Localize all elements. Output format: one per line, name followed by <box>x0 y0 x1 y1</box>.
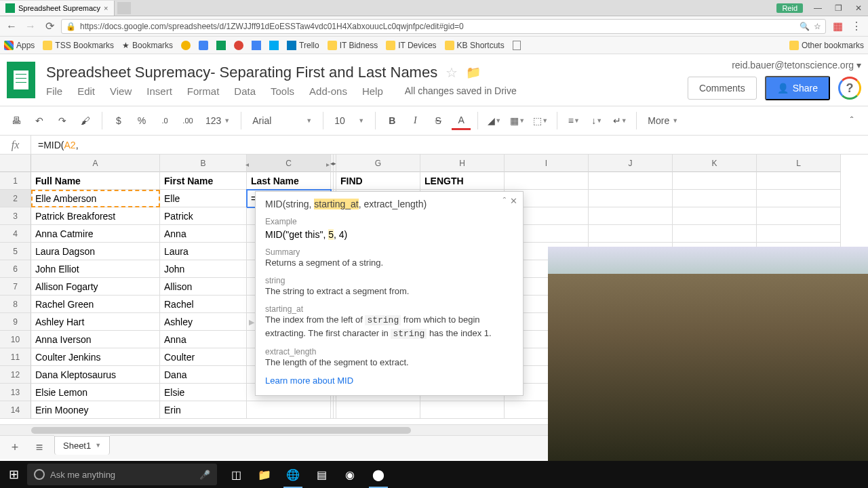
row-header-1[interactable]: 1 <box>0 172 31 190</box>
cell-B3[interactable]: Patrick <box>160 207 247 225</box>
bookmark-item[interactable]: Trello <box>287 41 319 50</box>
all-sheets-button[interactable]: ≡ <box>30 439 49 458</box>
cell-B5[interactable]: Laura <box>160 243 247 260</box>
learn-more-link[interactable]: Learn more about MID <box>265 375 513 386</box>
cell-B10[interactable]: Anna <box>160 331 247 348</box>
minimize-icon[interactable]: — <box>808 1 827 15</box>
h-align-icon[interactable]: ≡▼ <box>564 111 583 130</box>
formula-input[interactable]: =MID(A2, <box>31 140 868 150</box>
cell-L3[interactable] <box>757 207 841 225</box>
paint-format-icon[interactable]: 🖌 <box>76 111 95 130</box>
cell-K3[interactable] <box>673 207 757 225</box>
task-view-icon[interactable]: ◫ <box>222 461 250 488</box>
select-all-corner[interactable] <box>0 155 31 172</box>
menu-file[interactable]: File <box>46 85 62 97</box>
cell-J4[interactable] <box>589 225 673 243</box>
chevron-down-icon[interactable]: ▼ <box>95 442 101 449</box>
cell-A11[interactable]: Coulter Jenkins <box>31 348 160 366</box>
fill-color-icon[interactable]: ◢▼ <box>485 111 504 130</box>
cell-A3[interactable]: Patrick Breakforest <box>31 207 160 225</box>
help-icon[interactable]: ? <box>838 77 861 100</box>
cell-K4[interactable] <box>673 225 757 243</box>
cell-B2[interactable]: Elle <box>160 190 247 207</box>
row-header-14[interactable]: 14 <box>0 401 31 419</box>
bookmark-folder[interactable]: IT Devices <box>386 41 436 50</box>
obs-icon[interactable]: ⬤ <box>365 461 392 488</box>
sheet-tab[interactable]: Sheet1▼ <box>54 436 110 455</box>
column-header-J[interactable]: J <box>589 155 673 172</box>
print-icon[interactable]: 🖶 <box>7 111 26 130</box>
cell-B12[interactable]: Dana <box>160 366 247 384</box>
cell-K2[interactable] <box>673 190 757 207</box>
cell-L2[interactable] <box>757 190 841 207</box>
column-header-K[interactable]: K <box>673 155 757 172</box>
bookmark-folder[interactable]: KB Shortcuts <box>445 41 505 50</box>
cell-B1[interactable]: First Name <box>160 172 247 190</box>
cell-G1[interactable]: FIND <box>336 172 420 190</box>
cell-A13[interactable]: Elsie Lemon <box>31 384 160 401</box>
close-icon[interactable]: ✕ <box>510 196 517 206</box>
collapse-icon[interactable]: ˆ <box>503 196 506 206</box>
font-dropdown[interactable]: Arial▼ <box>248 115 316 126</box>
number-format-dropdown[interactable]: 123▼ <box>201 115 234 126</box>
row-header-8[interactable]: 8 <box>0 296 31 313</box>
start-button[interactable]: ⊞ <box>0 461 27 488</box>
forward-icon[interactable]: → <box>23 19 38 34</box>
row-header-4[interactable]: 4 <box>0 225 31 243</box>
bookmark-item[interactable] <box>234 41 243 50</box>
cell-H1[interactable]: LENGTH <box>420 172 505 190</box>
apps-shortcut[interactable]: Apps <box>4 41 35 50</box>
collapse-toolbar-icon[interactable]: ˆ <box>842 111 861 130</box>
bookmark-item[interactable] <box>513 41 521 50</box>
reload-icon[interactable]: ⟳ <box>42 19 57 34</box>
cell-I1[interactable] <box>505 172 589 190</box>
column-header-A[interactable]: A <box>31 155 160 172</box>
star-icon[interactable]: ☆ <box>446 64 458 81</box>
fx-icon[interactable]: fx <box>0 136 31 154</box>
cell-L1[interactable] <box>757 172 841 190</box>
user-email[interactable]: reid.bauer@tetonscience.org ▾ <box>732 60 861 70</box>
menu-view[interactable]: View <box>110 85 132 97</box>
maximize-icon[interactable]: ❐ <box>829 1 848 15</box>
decrease-decimal-icon[interactable]: .0 <box>155 111 174 130</box>
cell-A7[interactable]: Allison Fogarty <box>31 278 160 296</box>
close-icon[interactable]: × <box>104 4 108 12</box>
wrap-icon[interactable]: ↵▼ <box>610 111 629 130</box>
search-icon[interactable]: 🔍 <box>800 22 810 31</box>
column-header-B[interactable]: B <box>160 155 247 172</box>
strikethrough-button[interactable]: S <box>429 111 448 130</box>
profile-chip[interactable]: Reid <box>776 3 803 13</box>
close-window-icon[interactable]: ✕ <box>849 1 868 15</box>
font-size-dropdown[interactable]: 10▼ <box>330 115 368 126</box>
cell-K1[interactable] <box>673 172 757 190</box>
more-button[interactable]: More▼ <box>644 115 682 126</box>
borders-icon[interactable]: ▦▼ <box>508 111 527 130</box>
cell-A1[interactable]: Full Name <box>31 172 160 190</box>
column-header-L[interactable]: L <box>757 155 841 172</box>
bookmark-folder[interactable]: ★Bookmarks <box>122 41 173 50</box>
cell-J2[interactable] <box>589 190 673 207</box>
address-bar[interactable]: 🔒 https://docs.google.com/spreadsheets/d… <box>61 19 826 34</box>
chrome-icon[interactable]: 🌐 <box>279 461 307 488</box>
row-header-2[interactable]: 2 <box>0 190 31 207</box>
cell-H14[interactable] <box>420 401 505 419</box>
column-header-H[interactable]: H <box>420 155 505 172</box>
cortana-search[interactable]: Ask me anything 🎤 <box>27 464 217 485</box>
bookmark-item[interactable] <box>216 41 226 50</box>
bookmark-item[interactable] <box>252 41 261 50</box>
italic-button[interactable]: I <box>406 111 425 130</box>
menu-insert[interactable]: Insert <box>146 85 172 97</box>
v-align-icon[interactable]: ↓▼ <box>587 111 606 130</box>
bookmark-folder[interactable]: TSS Bookmarks <box>43 41 114 50</box>
column-header-C[interactable]: C◂▸ <box>247 155 331 172</box>
row-header-3[interactable]: 3 <box>0 207 31 225</box>
column-header-I[interactable]: I <box>505 155 589 172</box>
redo-icon[interactable]: ↷ <box>53 111 72 130</box>
bold-button[interactable]: B <box>382 111 401 130</box>
cell-C14[interactable] <box>247 401 331 419</box>
menu-addons[interactable]: Add-ons <box>309 85 347 97</box>
cell-J1[interactable] <box>589 172 673 190</box>
back-icon[interactable]: ← <box>4 19 19 34</box>
cell-G14[interactable] <box>336 401 420 419</box>
mic-icon[interactable]: 🎤 <box>199 470 210 480</box>
